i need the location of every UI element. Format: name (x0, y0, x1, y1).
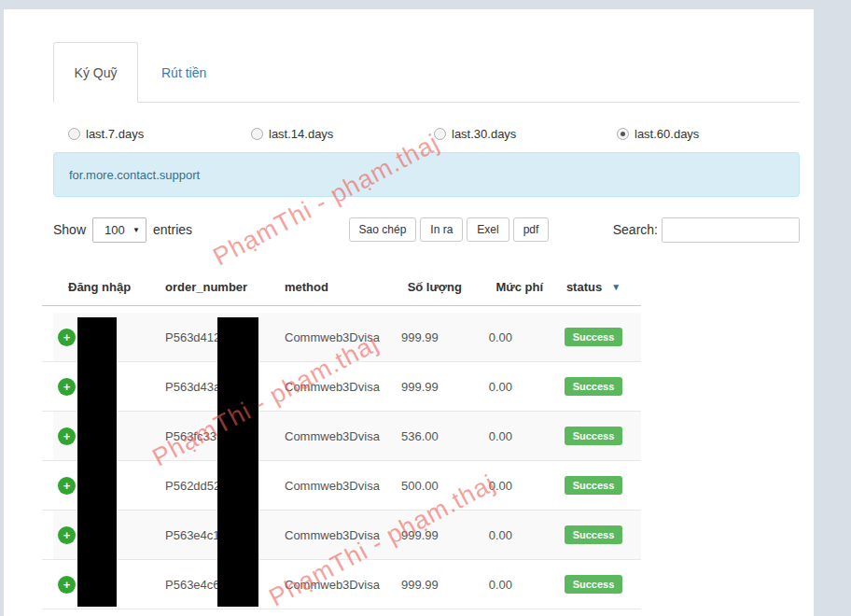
tab-rut-tien[interactable]: Rút tiền (138, 42, 230, 103)
tab-ky-quy[interactable]: Ký Quỹ (53, 42, 138, 103)
column-header[interactable]: Số lượng (401, 280, 462, 294)
expand-row-button[interactable]: + (58, 427, 76, 445)
cell-method: Commweb3Dvisa (280, 578, 401, 592)
radio-icon (251, 128, 263, 140)
export-buttons: Sao chép In ra Exel pdf (277, 217, 621, 242)
info-banner-text: for.more.contact.support (69, 168, 200, 182)
chevron-down-icon: ▼ (133, 226, 140, 234)
column-header[interactable]: status ▼ (546, 280, 641, 294)
radio-icon (434, 128, 446, 140)
cell-fee: 0.00 (462, 429, 546, 443)
cell-method: Commweb3Dvisa (280, 429, 401, 443)
cell-method: Commweb3Dvisa (280, 330, 401, 344)
date-range-option[interactable]: last.7.days (68, 124, 251, 143)
deposits-table: Đăng nhập order_number method Số lượng M… (42, 269, 641, 609)
page-length-control: Show 100 ▼ entries (53, 217, 277, 243)
table-header-row: Đăng nhập order_number method Số lượng M… (42, 269, 641, 306)
entries-label: entries (153, 222, 192, 237)
expand-row-button[interactable]: + (58, 477, 76, 495)
status-badge: Success (565, 328, 623, 346)
table-row: + P563e4c6c Commweb3Dvisa 999.99 0.00 Su… (42, 560, 641, 609)
status-badge: Success (565, 377, 623, 396)
export-button[interactable]: pdf (513, 217, 550, 242)
cell-fee: 0.00 (462, 528, 546, 542)
table-row: + P562dd520 Commweb3Dvisa 500.00 0.00 Su… (42, 461, 641, 511)
cell-status: Success (546, 575, 641, 594)
table-body: + P563d4122 Commweb3Dvisa 999.99 0.00 Su… (42, 313, 641, 609)
expand-row-button[interactable]: + (58, 526, 76, 544)
content-card: Ký Quỹ Rút tiền last.7.days last.14.days… (4, 9, 814, 616)
cell-status: Success (546, 328, 641, 346)
cell-amount: 999.99 (401, 528, 462, 542)
page-length-select[interactable]: 100 ▼ (92, 217, 146, 243)
export-button[interactable]: In ra (420, 217, 463, 242)
expand-row-button[interactable]: + (58, 378, 76, 396)
status-badge: Success (565, 427, 623, 445)
cell-status: Success (546, 525, 641, 544)
cell-fee: 0.00 (462, 330, 546, 344)
date-range-option[interactable]: last.60.days (617, 124, 800, 143)
tab-bar: Ký Quỹ Rút tiền (53, 42, 800, 103)
radio-icon (68, 128, 80, 140)
cell-status: Success (546, 377, 641, 396)
cell-fee: 0.00 (462, 578, 546, 592)
date-range-filters: last.7.days last.14.days last.30.days la… (53, 124, 800, 143)
cell-amount: 999.99 (401, 380, 462, 394)
page: Ký Quỹ Rút tiền last.7.days last.14.days… (0, 0, 851, 616)
column-header[interactable]: method (280, 280, 401, 294)
search-label: Search: (613, 222, 658, 237)
cell-amount: 999.99 (401, 578, 462, 592)
status-badge: Success (565, 525, 623, 544)
status-badge: Success (565, 575, 623, 594)
cell-fee: 0.00 (462, 479, 546, 493)
cell-fee: 0.00 (462, 380, 546, 394)
show-label: Show (53, 222, 86, 237)
cell-method: Commweb3Dvisa (280, 380, 401, 394)
table-controls: Show 100 ▼ entries Sao chép In ra Exel p… (53, 217, 800, 243)
column-header[interactable]: order_number (154, 280, 280, 294)
cell-method: Commweb3Dvisa (280, 479, 401, 493)
sort-desc-icon: ▼ (611, 282, 621, 292)
table-row: + P563d4122 Commweb3Dvisa 999.99 0.00 Su… (42, 313, 641, 362)
redaction-box-order (217, 317, 258, 607)
column-header[interactable]: Đăng nhập (42, 280, 154, 294)
status-badge: Success (565, 476, 623, 495)
export-button[interactable]: Exel (467, 217, 509, 242)
cell-status: Success (546, 476, 641, 495)
page-length-value: 100 (105, 223, 125, 237)
redaction-box-login (77, 317, 117, 607)
radio-icon (617, 128, 629, 140)
info-banner: for.more.contact.support (53, 152, 800, 197)
table-row: + P563fc335 Commweb3Dvisa 536.00 0.00 Su… (42, 412, 641, 461)
cell-amount: 500.00 (401, 479, 462, 493)
date-range-option[interactable]: last.14.days (251, 124, 434, 143)
cell-amount: 999.99 (401, 330, 462, 344)
expand-row-button[interactable]: + (58, 576, 76, 594)
table-row: + P563e4c19 Commweb3Dvisa 999.99 0.00 Su… (42, 511, 641, 560)
search-control: Search: (621, 217, 800, 243)
expand-row-button[interactable]: + (58, 329, 76, 346)
column-header[interactable]: Mức phí (462, 280, 546, 294)
cell-status: Success (546, 427, 641, 445)
cell-amount: 536.00 (401, 429, 462, 443)
date-range-option[interactable]: last.30.days (434, 124, 617, 143)
export-button[interactable]: Sao chép (349, 217, 417, 242)
table-row: + P563d43a5 Commweb3Dvisa 999.99 0.00 Su… (42, 362, 641, 412)
search-input[interactable] (662, 217, 800, 243)
cell-method: Commweb3Dvisa (280, 528, 401, 542)
